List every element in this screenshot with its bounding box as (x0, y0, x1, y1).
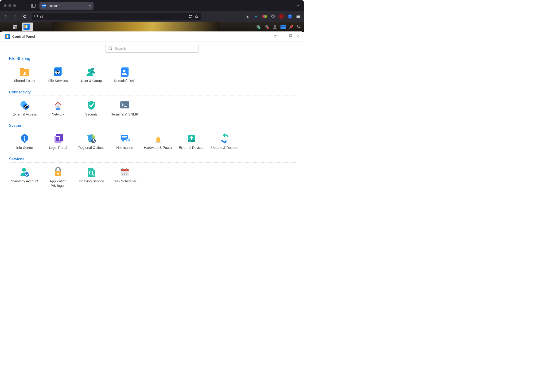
tab-favicon-icon: DSM (42, 4, 46, 7)
lock-warning-icon (40, 14, 43, 19)
cp-item-user-group[interactable]: User & Group (75, 65, 108, 86)
extension-ebay-icon[interactable] (261, 13, 268, 20)
app-priv-icon (53, 166, 64, 177)
dsm-notifications-icon[interactable] (264, 24, 269, 29)
extension-1password-icon[interactable]: ◯ (287, 13, 293, 20)
extensions-icon[interactable] (270, 13, 276, 20)
cp-item-regional[interactable]: Regional Options (75, 132, 108, 153)
dsm-search-icon[interactable] (297, 24, 302, 29)
browser-tab-strip: DSM Platinum ✕ ＋ (0, 0, 304, 11)
section-grid: Info CenterLogin PortalRegional OptionsN… (8, 132, 296, 153)
svg-point-14 (274, 25, 276, 27)
file-services-icon (53, 66, 64, 77)
downloads-icon[interactable] (253, 13, 259, 20)
cp-item-security[interactable]: Security (75, 98, 108, 119)
nav-forward-button[interactable] (12, 13, 19, 20)
nav-back-button[interactable] (2, 13, 9, 20)
desktop-wallpaper (52, 21, 219, 32)
cp-item-label: Hardware & Power (144, 146, 172, 150)
window-minimize-button[interactable]: — (280, 34, 285, 39)
cp-item-network[interactable]: Network (41, 98, 75, 119)
bookmark-star-icon[interactable] (194, 14, 199, 19)
cp-item-notification[interactable]: Notification (108, 132, 142, 153)
cp-item-info-center[interactable]: Info Center (8, 132, 41, 153)
cp-item-label: Synology Account (11, 179, 38, 184)
cp-item-label: Login Portal (49, 146, 67, 150)
svg-rect-17 (280, 27, 283, 29)
tabs-dropdown-icon[interactable] (296, 4, 299, 7)
cp-item-file-services[interactable]: File Services (41, 65, 75, 86)
sidebar-toggle-icon[interactable] (30, 2, 37, 9)
shield-icon (34, 14, 38, 19)
terminal-icon (119, 99, 130, 110)
dsm-user-icon[interactable] (272, 24, 277, 29)
cp-item-label: External Access (13, 112, 37, 117)
browser-tab[interactable]: DSM Platinum ✕ (39, 2, 93, 10)
cp-item-task-scheduler[interactable]: Task Scheduler (108, 166, 142, 191)
cp-item-app-priv[interactable]: Application Privileges (41, 166, 75, 191)
cp-item-syno-account[interactable]: Synology Account (8, 166, 41, 191)
indexing-icon (86, 166, 97, 177)
dsm-main-menu-button[interactable] (9, 22, 21, 31)
svg-rect-3 (189, 15, 191, 16)
reader-view-icon[interactable] (189, 14, 193, 18)
cp-item-external-access[interactable]: External Access (8, 98, 41, 119)
section-divider (8, 62, 296, 62)
dsm-task-control-panel[interactable] (22, 22, 33, 31)
cp-item-update-restore[interactable]: Update & Restore (208, 132, 242, 153)
extension-ublock-icon[interactable]: u (278, 13, 285, 20)
cp-item-label: Terminal & SNMP (111, 112, 138, 117)
network-icon (53, 99, 64, 110)
new-tab-button[interactable]: ＋ (97, 3, 101, 8)
section-divider (8, 129, 296, 129)
svg-line-24 (111, 49, 112, 50)
section-grid: External AccessNetworkSecurityTerminal &… (8, 98, 296, 119)
cp-item-label: User & Group (81, 79, 102, 83)
dsm-health-icon[interactable] (256, 24, 261, 29)
svg-point-13 (267, 27, 269, 29)
shared-folder-icon (19, 66, 30, 77)
app-menu-icon[interactable] (295, 13, 302, 20)
dsm-dashboard-icon[interactable] (280, 25, 286, 29)
window-close-button[interactable]: ✕ (296, 34, 299, 39)
section-title: Services (8, 154, 296, 162)
search-input[interactable] (115, 47, 196, 50)
window-titlebar[interactable]: Control Panel ? — ✕ (1, 31, 303, 42)
svg-rect-6 (191, 17, 193, 18)
cp-item-login-portal[interactable]: Login Portal (41, 132, 75, 153)
close-window-icon[interactable] (4, 4, 7, 7)
window-maximize-button[interactable] (289, 34, 292, 39)
cp-item-label: Regional Options (78, 146, 104, 150)
url-bar[interactable] (32, 13, 201, 20)
svg-point-19 (297, 25, 300, 28)
dsm-pin-icon[interactable]: 📌 (289, 24, 294, 29)
section-divider (8, 162, 296, 163)
svg-rect-15 (280, 25, 283, 27)
cp-item-shared-folder[interactable]: Shared Folder (8, 65, 41, 86)
minimize-window-icon[interactable] (8, 4, 11, 7)
svg-rect-0 (31, 4, 36, 7)
dsm-taskbar: ＋ 📌 (0, 21, 304, 32)
security-icon (86, 99, 97, 110)
section-divider (8, 96, 296, 96)
svg-rect-4 (191, 15, 193, 16)
cp-item-ext-devices[interactable]: External Devices (175, 132, 208, 153)
nav-reload-button[interactable] (21, 13, 28, 20)
dsm-add-widget-icon[interactable]: ＋ (248, 24, 252, 30)
control-panel-search[interactable] (105, 44, 199, 53)
svg-rect-16 (283, 25, 286, 27)
svg-rect-18 (283, 27, 286, 29)
zoom-window-icon[interactable] (13, 4, 16, 7)
cp-item-hardware[interactable]: Hardware & Power (142, 132, 175, 153)
ext-devices-icon (186, 133, 197, 144)
dsm-system-tray: ＋ 📌 (248, 24, 304, 30)
cp-item-domain-ldap[interactable]: Domain/LDAP (108, 65, 142, 86)
svg-rect-5 (189, 17, 191, 18)
tab-close-icon[interactable]: ✕ (88, 4, 91, 7)
section-grid: Shared FolderFile ServicesUser & GroupDo… (8, 65, 296, 86)
info-center-icon (19, 133, 30, 144)
pocket-icon[interactable] (244, 13, 251, 20)
cp-item-terminal[interactable]: Terminal & SNMP (108, 98, 142, 119)
cp-item-indexing[interactable]: Indexing Service (75, 166, 108, 191)
window-help-button[interactable]: ? (274, 34, 276, 39)
